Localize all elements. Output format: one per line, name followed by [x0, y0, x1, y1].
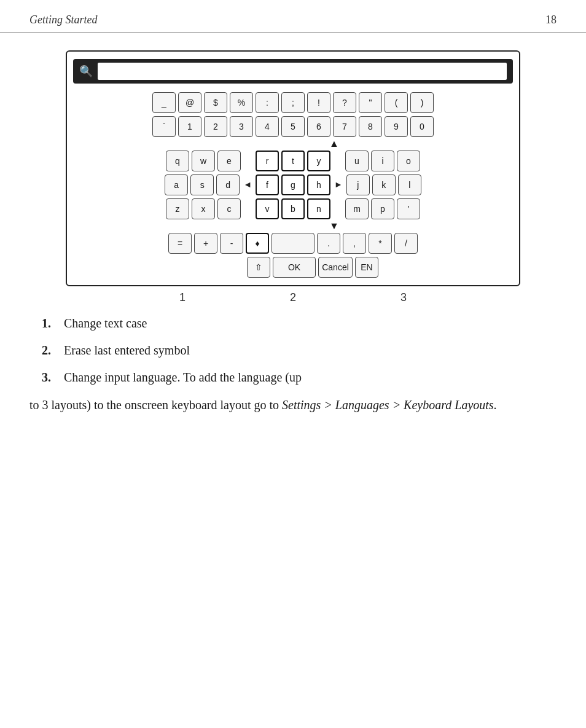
key-lparen[interactable]: ( [385, 92, 408, 113]
symbol-row: _ @ $ % : ; ! ? " ( ) [152, 92, 434, 113]
key-5[interactable]: 5 [281, 116, 305, 137]
key-o[interactable]: o [397, 151, 420, 171]
keyboard-labels: 1 2 3 [66, 291, 520, 304]
key-period[interactable]: . [317, 233, 340, 254]
key-n[interactable]: n [307, 198, 330, 219]
key-dollar[interactable]: $ [204, 92, 227, 113]
key-f[interactable]: f [256, 174, 279, 195]
search-input[interactable] [98, 63, 507, 80]
key-colon[interactable]: : [256, 92, 279, 113]
key-b[interactable]: b [281, 198, 305, 219]
key-cancel[interactable]: Cancel [318, 257, 353, 278]
key-7[interactable]: 7 [333, 116, 356, 137]
list-text-2: Erase last entered symbol [64, 341, 190, 359]
key-4[interactable]: 4 [256, 116, 279, 137]
key-minus[interactable]: - [220, 233, 243, 254]
key-0[interactable]: 0 [410, 116, 434, 137]
key-lang[interactable]: EN [355, 257, 378, 278]
key-w[interactable]: w [192, 151, 215, 171]
arrow-left-icon: ◄ [243, 180, 252, 190]
label-2: 2 [290, 291, 296, 304]
key-j[interactable]: j [346, 174, 370, 195]
key-1[interactable]: 1 [178, 116, 201, 137]
list-text-3: Change input language. To add the langua… [64, 368, 302, 386]
arrow-right-icon: ► [334, 180, 343, 190]
key-y[interactable]: y [307, 151, 330, 171]
keyboard-keys: _ @ $ % : ; ! ? " ( ) ` 1 2 3 4 5 6 [73, 92, 513, 278]
key-asterisk[interactable]: * [369, 233, 392, 254]
continuation-paragraph: to 3 layouts) to the onscreen keyboard l… [29, 395, 557, 415]
key-rparen[interactable]: ) [410, 92, 434, 113]
list-number-1: 1. [42, 314, 59, 332]
key-question[interactable]: ? [333, 92, 356, 113]
key-backtick[interactable]: ` [152, 116, 176, 137]
main-content: 🔍 _ @ $ % : ; ! ? " ( ) ` 1 [0, 33, 586, 439]
key-plus[interactable]: + [194, 233, 217, 254]
key-9[interactable]: 9 [385, 116, 408, 137]
list-item-2: 2. Erase last entered symbol [42, 341, 557, 359]
letter-row-1: q w e r t y u i o [166, 151, 420, 171]
key-t[interactable]: t [281, 151, 305, 171]
bottom-symbol-row: = + - ♦ . , * / [168, 233, 418, 254]
list-number-3: 3. [42, 368, 59, 386]
key-apostrophe[interactable]: ' [397, 198, 420, 219]
para-before-italic: to 3 layouts) to the onscreen keyboard l… [29, 398, 282, 412]
key-slash[interactable]: / [394, 233, 418, 254]
key-c[interactable]: c [217, 198, 241, 219]
list-item-1: 1. Change text case [42, 314, 557, 332]
key-z[interactable]: z [166, 198, 189, 219]
label-3: 3 [400, 291, 407, 304]
list-text-1: Change text case [64, 314, 147, 332]
key-at[interactable]: @ [178, 92, 201, 113]
para-after-italic: . [494, 398, 497, 412]
key-s[interactable]: s [190, 174, 214, 195]
page-header: Getting Started 18 [0, 0, 586, 33]
numbered-list: 1. Change text case 2. Erase last entere… [29, 314, 557, 386]
key-8[interactable]: 8 [359, 116, 382, 137]
number-row: ` 1 2 3 4 5 6 7 8 9 0 [152, 116, 434, 137]
key-q[interactable]: q [166, 151, 189, 171]
key-ok[interactable]: OK [273, 257, 316, 278]
key-a[interactable]: a [165, 174, 188, 195]
key-space[interactable] [272, 233, 314, 254]
list-item-3: 3. Change input language. To add the lan… [42, 368, 557, 386]
key-e[interactable]: e [217, 151, 241, 171]
key-l[interactable]: l [398, 174, 421, 195]
letter-row-2: a s d ◄ f g h ► j k l [165, 174, 421, 195]
keyboard-diagram: 🔍 _ @ $ % : ; ! ? " ( ) ` 1 [66, 50, 520, 286]
key-shift[interactable]: ⇧ [247, 257, 270, 278]
key-r[interactable]: r [256, 151, 279, 171]
key-underscore[interactable]: _ [152, 92, 176, 113]
key-p[interactable]: p [371, 198, 394, 219]
key-x[interactable]: x [192, 198, 215, 219]
key-diamond[interactable]: ♦ [246, 233, 269, 254]
key-exclaim[interactable]: ! [307, 92, 330, 113]
key-i[interactable]: i [371, 151, 394, 171]
key-v[interactable]: v [256, 198, 279, 219]
key-3[interactable]: 3 [230, 116, 253, 137]
key-comma[interactable]: , [343, 233, 366, 254]
key-6[interactable]: 6 [307, 116, 330, 137]
key-2[interactable]: 2 [204, 116, 227, 137]
header-title: Getting Started [29, 14, 98, 26]
key-m[interactable]: m [345, 198, 369, 219]
key-k[interactable]: k [372, 174, 396, 195]
key-semicolon[interactable]: ; [281, 92, 305, 113]
action-row: ⇧ OK Cancel EN [208, 257, 378, 278]
key-equals[interactable]: = [168, 233, 192, 254]
list-number-2: 2. [42, 341, 59, 359]
key-quote[interactable]: " [359, 92, 382, 113]
key-u[interactable]: u [345, 151, 369, 171]
label-1: 1 [179, 291, 186, 304]
header-page-number: 18 [545, 14, 557, 26]
key-h[interactable]: h [307, 174, 330, 195]
search-bar: 🔍 [73, 59, 513, 84]
key-percent[interactable]: % [230, 92, 253, 113]
search-icon: 🔍 [79, 65, 93, 78]
key-d[interactable]: d [216, 174, 240, 195]
para-italic: Settings > Languages > Keyboard Layouts [282, 398, 494, 412]
letter-row-3: z x c v b n m p ' [166, 198, 420, 219]
key-g[interactable]: g [281, 174, 305, 195]
